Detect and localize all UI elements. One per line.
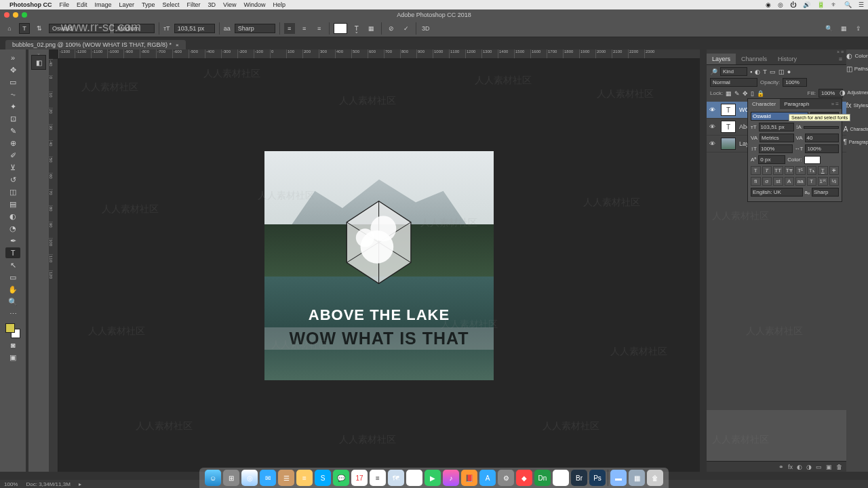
quick-select-tool-icon[interactable]: ✦ [5,101,20,112]
adjustment-layer-icon[interactable]: ◑ [806,464,812,470]
new-layer-icon[interactable]: ▣ [826,464,832,470]
lock-position-icon[interactable]: ✥ [743,90,748,97]
strikethrough-icon[interactable]: T [829,166,840,175]
char-kerning-select[interactable]: Metrics [760,134,793,142]
move-tool-icon[interactable]: ✥ [5,64,20,75]
fx-icon[interactable]: fx [788,464,793,470]
bold-icon[interactable]: T [751,166,761,175]
t1-icon[interactable]: T [807,177,817,186]
status-icon-6[interactable]: ᯤ [831,1,837,8]
dock-prefs-icon[interactable]: ⚙ [498,470,514,486]
visibility-icon[interactable]: 👁 [709,123,717,130]
dock-messages-icon[interactable]: 💬 [333,470,349,486]
home-icon[interactable]: ⌂ [4,23,15,34]
brush-tool-icon[interactable]: ✐ [5,150,20,161]
fi-icon[interactable]: fi [751,177,761,186]
dock-itunes-icon[interactable]: ♪ [443,470,459,486]
opacity-input[interactable]: 100% [783,78,807,87]
mask-icon[interactable]: ◐ [797,464,802,470]
char-tracking-input[interactable]: 40 [805,134,839,142]
superscript-icon[interactable]: T¹ [795,166,806,175]
dock-notes-icon[interactable]: ≡ [296,470,313,486]
font-size-select[interactable]: 103,51 px [174,24,215,33]
canvas-text-1[interactable]: ABOVE THE LAKE [264,306,494,324]
filter-adjust-icon[interactable]: ◐ [755,68,760,75]
warp-text-icon[interactable]: T̬ [351,23,362,34]
blend-mode-select[interactable]: Normal [710,78,757,87]
filter-toggle-icon[interactable]: ● [787,68,791,75]
filter-type-icon[interactable]: T [763,68,767,75]
menu-app[interactable]: Photoshop CC [9,1,52,8]
dock-launchpad-icon[interactable]: ⊞ [223,470,239,486]
search-icon[interactable]: 🔍 [844,1,852,8]
dock-appstore-icon[interactable]: A [479,470,496,486]
dock-maps-icon[interactable]: 🗺 [388,470,404,486]
dock-photos-icon[interactable]: ✿ [406,470,422,486]
text-color-swatch[interactable] [334,23,347,34]
paths-panel-icon[interactable]: ◫Paths [846,65,868,73]
workspace-icon[interactable]: ▦ [838,23,849,34]
group-icon[interactable]: ▭ [816,464,822,470]
lock-transparency-icon[interactable]: ▦ [726,90,732,97]
type-tool-icon[interactable]: T [5,247,20,258]
color-swatches[interactable] [5,323,20,338]
menu-window[interactable]: Window [243,1,265,8]
dock-facetime-icon[interactable]: ▶ [425,470,441,486]
panel-menu-icon[interactable]: ≡ [835,54,846,64]
aa-select[interactable]: Sharp [235,24,275,33]
menu-help[interactable]: Help [273,1,285,8]
dodge-tool-icon[interactable]: ◔ [5,223,20,234]
dock-finder-icon[interactable]: ☺ [205,470,221,486]
aa-icon[interactable]: aa [795,177,806,186]
cancel-icon[interactable]: ⊘ [386,23,397,34]
menu-3d[interactable]: 3D [208,1,216,8]
close-window-icon[interactable] [4,12,9,18]
menu-file[interactable]: File [60,1,70,8]
pen-tool-icon[interactable]: ✒ [5,235,20,246]
menu-image[interactable]: Image [95,1,112,8]
menu-view[interactable]: View [223,1,236,8]
character-panel-icon[interactable]: ACharacter [844,125,868,133]
menu-icon[interactable]: ☰ [859,1,864,8]
collapse-icon[interactable]: » [5,52,20,63]
italic-icon[interactable]: T [762,166,772,175]
properties-icon[interactable]: ◧ [31,55,46,70]
maximize-window-icon[interactable] [22,12,27,18]
status-arrow-icon[interactable]: ▸ [79,481,81,487]
document-tab[interactable]: bubbles_02.png @ 100% (WOW WHAT IS THAT,… [5,40,186,49]
half-icon[interactable]: ½ [829,177,840,186]
orientation-icon[interactable]: ⇅ [34,23,45,34]
dock-safari-icon[interactable]: ◎ [241,470,258,486]
zoom-level[interactable]: 100% [4,481,18,487]
tab-channels[interactable]: Channels [736,54,772,64]
dock-image-icon[interactable]: ▦ [629,470,645,486]
st-icon[interactable]: st [773,177,783,186]
font-family-select[interactable]: Oswald [49,24,110,33]
path-select-tool-icon[interactable]: ↖ [5,260,20,270]
panel-gutter[interactable] [700,49,707,472]
allcaps-icon[interactable]: TT [773,166,783,175]
doc-size[interactable]: Doc: 3,34M/11,3M [26,481,70,487]
char-hscale-input[interactable]: 100% [805,144,839,153]
filter-pixel-icon[interactable]: ▪ [750,68,752,75]
char-leading-input[interactable] [804,126,839,129]
sigma-icon[interactable]: σ [762,177,772,186]
align-right-icon[interactable]: ≡ [314,23,325,34]
eraser-tool-icon[interactable]: ◫ [5,186,20,197]
dock-skype-icon[interactable]: S [315,470,331,486]
stamp-tool-icon[interactable]: ⊻ [5,162,20,173]
screen-mode-icon[interactable]: ▣ [5,352,20,363]
subscript-icon[interactable]: T₁ [807,166,817,175]
adjustments-panel-icon[interactable]: ◑Adjustment... [840,89,868,96]
hand-tool-icon[interactable]: ✋ [5,284,20,295]
vertical-ruler[interactable]: -400102030405060708090100110120 [49,59,58,472]
char-baseline-input[interactable]: 0 px [758,155,785,164]
lock-all-icon[interactable]: 🔒 [757,90,764,97]
horizontal-ruler[interactable]: -1300-1200-1100-1000-900-800-700-600-500… [58,49,700,59]
underline-icon[interactable]: T [818,166,828,175]
dock-reminders-icon[interactable]: ≡ [370,470,386,486]
filter-shape-icon[interactable]: ▭ [770,68,776,75]
dock-calendar-icon[interactable]: 17 [351,470,368,486]
smallcaps-icon[interactable]: Tᴛ [785,166,795,175]
char-lang-select[interactable]: English: UK [751,188,803,197]
